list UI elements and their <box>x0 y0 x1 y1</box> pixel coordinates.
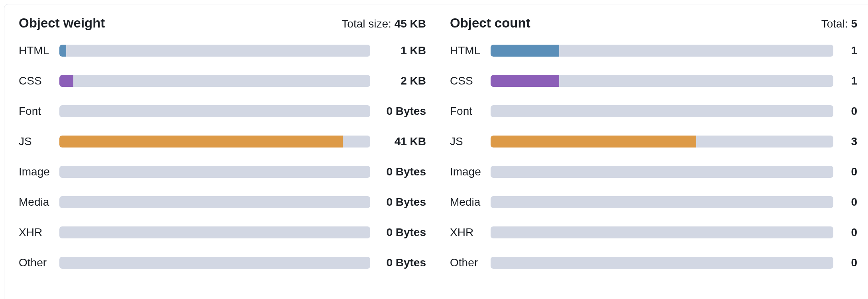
bar-track <box>59 75 370 87</box>
bar-fill <box>59 136 343 148</box>
bar-fill <box>491 136 696 148</box>
chart-row-xhr: XHR 0 Bytes <box>19 226 426 239</box>
chart-row-other: Other 0 Bytes <box>19 256 426 269</box>
row-value: 0 <box>833 226 857 239</box>
row-value: 0 Bytes <box>370 105 426 118</box>
row-label: JS <box>450 135 491 148</box>
chart-row-image: Image 0 Bytes <box>19 165 426 178</box>
bar-fill <box>59 45 66 57</box>
bar-track <box>491 45 833 57</box>
row-value: 41 KB <box>370 135 426 148</box>
bar-track <box>59 136 370 148</box>
row-value: 0 Bytes <box>370 256 426 269</box>
chart-row-js: JS 3 <box>450 135 857 148</box>
bar-track <box>491 136 833 148</box>
row-value: 3 <box>833 135 857 148</box>
row-label: HTML <box>450 44 491 57</box>
bar-fill <box>59 75 73 87</box>
total-value: 5 <box>851 18 857 30</box>
chart-row-css: CSS 1 <box>450 75 857 87</box>
bar-track <box>491 166 833 178</box>
chart-row-other: Other 0 <box>450 256 857 269</box>
object-weight-chart: Object weight Total size: 45 KB HTML 1 K… <box>19 16 426 288</box>
row-value: 0 Bytes <box>370 196 426 209</box>
row-label: JS <box>19 135 59 148</box>
bar-track <box>59 45 370 57</box>
bar-track <box>491 105 833 117</box>
row-label: XHR <box>19 226 59 239</box>
chart-title: Object count <box>450 16 530 31</box>
row-value: 1 <box>833 44 857 57</box>
object-count-chart: Object count Total: 5 HTML 1 CSS 1 <box>450 16 857 288</box>
total-value: 45 KB <box>395 18 426 30</box>
bar-track <box>59 166 370 178</box>
chart-header: Object weight Total size: 45 KB <box>19 16 426 31</box>
row-label: CSS <box>450 75 491 87</box>
chart-row-font: Font 0 Bytes <box>19 105 426 118</box>
row-value: 0 <box>833 256 857 269</box>
chart-rows: HTML 1 CSS 1 Font 0 JS <box>450 44 857 269</box>
chart-row-html: HTML 1 <box>450 44 857 57</box>
stats-panel: Object weight Total size: 45 KB HTML 1 K… <box>4 4 868 299</box>
row-label: Font <box>450 105 491 118</box>
row-label: Media <box>450 196 491 209</box>
bar-fill <box>491 75 559 87</box>
chart-row-image: Image 0 <box>450 165 857 178</box>
chart-row-html: HTML 1 KB <box>19 44 426 57</box>
total-label: Total size: <box>342 18 391 30</box>
chart-row-css: CSS 2 KB <box>19 75 426 87</box>
chart-total: Total: 5 <box>821 18 857 30</box>
row-value: 0 Bytes <box>370 226 426 239</box>
bar-track <box>59 196 370 208</box>
chart-rows: HTML 1 KB CSS 2 KB Font 0 Bytes <box>19 44 426 269</box>
chart-title: Object weight <box>19 16 105 31</box>
bar-track <box>491 257 833 269</box>
bar-track <box>491 226 833 238</box>
row-label: XHR <box>450 226 491 239</box>
chart-row-media: Media 0 <box>450 196 857 209</box>
row-label: Image <box>450 165 491 178</box>
row-label: Image <box>19 165 59 178</box>
chart-row-xhr: XHR 0 <box>450 226 857 239</box>
chart-row-font: Font 0 <box>450 105 857 118</box>
row-value: 1 <box>833 75 857 87</box>
bar-track <box>491 196 833 208</box>
bar-track <box>491 75 833 87</box>
row-value: 2 KB <box>370 75 426 87</box>
row-label: Other <box>19 256 59 269</box>
row-value: 0 Bytes <box>370 165 426 178</box>
bar-track <box>59 257 370 269</box>
row-value: 0 <box>833 165 857 178</box>
chart-total: Total size: 45 KB <box>342 18 426 30</box>
total-label: Total: <box>821 18 848 30</box>
row-value: 1 KB <box>370 44 426 57</box>
bar-track <box>59 226 370 238</box>
row-label: Other <box>450 256 491 269</box>
row-value: 0 <box>833 105 857 118</box>
chart-header: Object count Total: 5 <box>450 16 857 31</box>
row-value: 0 <box>833 196 857 209</box>
chart-row-media: Media 0 Bytes <box>19 196 426 209</box>
bar-fill <box>491 45 559 57</box>
row-label: HTML <box>19 44 59 57</box>
row-label: Font <box>19 105 59 118</box>
row-label: Media <box>19 196 59 209</box>
bar-track <box>59 105 370 117</box>
chart-row-js: JS 41 KB <box>19 135 426 148</box>
row-label: CSS <box>19 75 59 87</box>
